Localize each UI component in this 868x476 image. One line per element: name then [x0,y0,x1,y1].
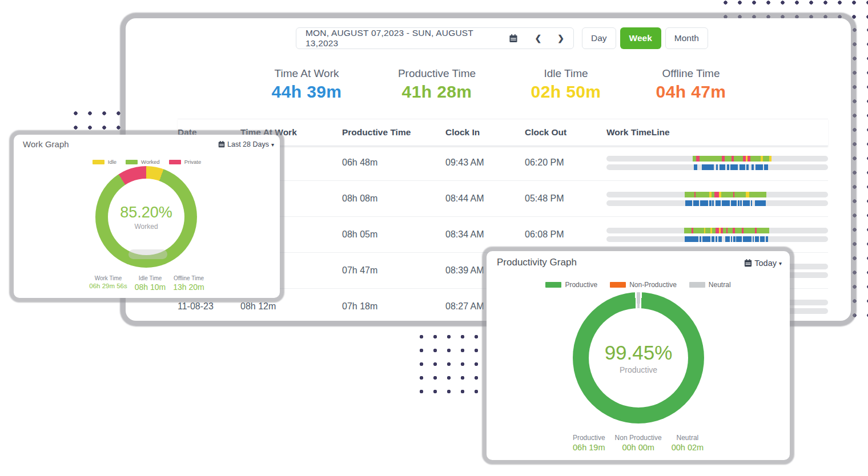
next-period-button[interactable]: ❯ [557,34,564,43]
activity-timeline-track [606,228,828,233]
legend-item: Productive [545,281,597,289]
graph-stat: Productive06h 19m [573,434,605,452]
legend-label: Neutral [709,281,731,289]
date-range-picker[interactable]: MON, AUGUST 07,2023 - SUN, AUGUST 13,202… [296,27,574,49]
dot-pattern-left [69,106,126,138]
timeline-segment [722,200,730,206]
timeline-segment [716,200,721,206]
timeline-segment [740,164,745,170]
clock-out-cell: 05:48 PM [525,193,606,204]
timeline-segment [757,228,769,233]
clock-in-cell: 08:34 AM [445,229,525,240]
view-toggle-week[interactable]: Week [620,27,661,49]
view-toggle-month[interactable]: Month [665,27,708,49]
graph-stat: Neutral00h 02m [672,434,704,452]
summary-stat: Idle Time02h 50m [503,67,629,102]
graph-stat-value: 00h 00m [615,443,662,452]
productivity-graph-stats: Productive06h 19mNon Productive00h 00mNe… [487,434,790,452]
productive-time-cell: 08h 08m [342,193,445,204]
clock-out-cell: 06:20 PM [525,158,606,168]
dot-pattern-bottom [415,330,479,396]
productivity-graph-range-label: Today [754,259,777,268]
productivity-graph-title: Productivity Graph [497,257,577,268]
timeline-segment [733,236,736,242]
timeline-segment [685,236,698,242]
graph-stat: Non Productive00h 00m [615,434,662,452]
timeline-segment [725,156,732,162]
timeline-segment [700,236,701,242]
work-graph-title: Work Graph [23,139,69,149]
timeline-segment [716,236,717,242]
timeline-segment [763,156,770,162]
timeline-segment [753,236,754,242]
summary-stat-label: Offline Time [628,67,754,80]
date-range-label: MON, AUGUST 07,2023 - SUN, AUGUST 13,202… [306,28,509,49]
legend-swatch [689,282,705,288]
legend-item: Non-Productive [610,281,677,289]
timeline-segment [740,200,741,206]
graph-stat-label: Non Productive [615,434,662,442]
app-timeline-track [606,236,828,242]
calendar-icon [509,34,518,43]
legend-label: Private [184,159,202,165]
toolbar: MON, AUGUST 07,2023 - SUN, AUGUST 13,202… [296,27,708,49]
timeline-segment [760,236,765,242]
activity-timeline-track [606,192,828,197]
summary-stat-label: Idle Time [503,67,629,80]
work-graph-stats: Work Time06h 29m 56sIdle Time08h 10mOffl… [14,275,280,292]
legend-item: Private [169,159,202,165]
timeline-segment [709,200,712,206]
view-toggle-day[interactable]: Day [582,27,616,49]
graph-stat-label: Offline Time [173,275,204,281]
tooltip-remnant [128,249,167,259]
clock-in-cell: 09:43 AM [445,158,525,168]
timeline-segment [693,228,704,233]
graph-stat-value: 06h 29m 56s [89,283,127,289]
productivity-graph-legend: ProductiveNon-ProductiveNeutral [487,281,790,289]
legend-item: Worked [126,159,160,165]
prev-period-button[interactable]: ❮ [535,34,542,43]
timeline-segment [734,192,745,197]
timeline-segment [764,164,768,170]
timeline-segment [751,200,752,206]
chevron-down-icon: ▾ [779,260,782,267]
graph-stat-label: Idle Time [135,275,166,281]
timeline-segment [700,200,708,206]
productivity-graph-percent: 99.45% [605,341,673,364]
timeline-segment [720,164,725,170]
productive-time-cell: 07h 47m [342,265,445,276]
timeline-segment [750,156,760,162]
column-header: Productive Time [342,127,445,138]
graph-stat-label: Work Time [89,275,127,281]
graph-stat-value: 13h 20m [173,283,204,292]
timeline-segment [755,200,766,206]
productivity-graph-range-dropdown[interactable]: Today ▾ [744,259,782,268]
summary-stat-label: Time At Work [244,67,369,80]
legend-label: Worked [141,159,160,165]
timeline-segment [730,164,737,170]
timeline-segment [716,164,718,170]
work-graph-card: Work Graph Last 28 Days ▾ IdleWorkedPriv… [14,135,280,298]
work-graph-percent: 85.20% [120,204,172,221]
timeline-segment [744,228,755,233]
productivity-graph-donut-center: 99.45% Productive [589,308,688,408]
summary-stat-label: Productive Time [374,67,500,80]
work-graph-donut-center: 85.20% Worked [108,179,184,255]
timeline-segment [705,228,710,233]
timeline-segment [712,236,714,242]
graph-stat: Offline Time13h 20m [173,275,204,292]
productivity-graph-card: Productivity Graph Today ▾ ProductiveNon… [487,251,790,460]
work-graph-range-dropdown[interactable]: Last 28 Days ▾ [218,140,274,148]
column-header: Work TimeLine [606,127,828,138]
productivity-graph-donut: 99.45% Productive [573,292,704,423]
timeline-segment [721,192,733,197]
timeline-segment [734,156,743,162]
time-at-work-cell: 08h 12m [240,301,342,312]
graph-stat-value: 06h 19m [573,443,605,452]
graph-stat: Work Time06h 29m 56s [89,275,127,292]
timeline-segment [731,236,733,242]
timeline-segment [738,200,740,206]
date-cell: 11-08-23 [178,301,240,312]
summary-stat: Productive Time41h 28m [374,67,500,102]
graph-stat-label: Neutral [672,434,704,442]
